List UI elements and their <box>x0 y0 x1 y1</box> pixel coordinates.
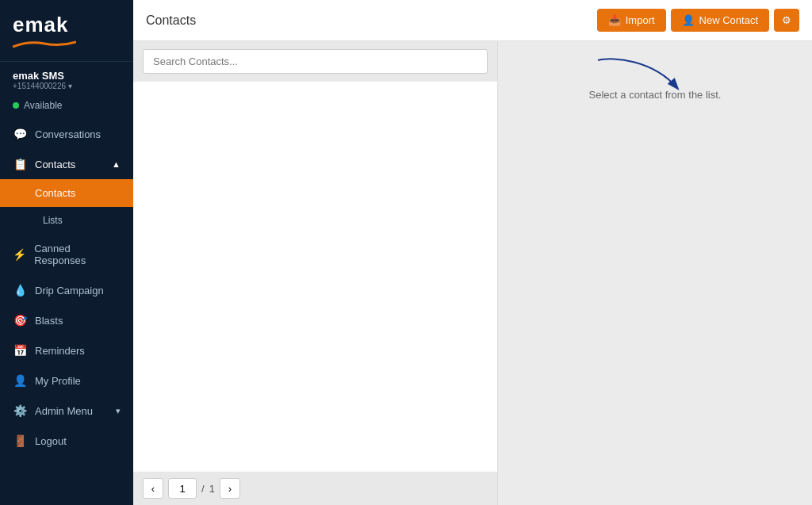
sidebar-item-canned-responses[interactable]: ⚡ Canned Responses <box>0 234 133 275</box>
top-actions: 📥 Import 👤 New Contact ⚙ <box>597 9 799 32</box>
pagination-area: ‹ / 1 › <box>133 472 497 505</box>
logo-area: emak <box>0 0 133 62</box>
import-icon: 📥 <box>608 14 621 26</box>
sidebar-item-label: Lists <box>43 215 63 226</box>
sidebar-item-blasts[interactable]: 🎯 Blasts <box>0 305 133 335</box>
sidebar-item-label: Admin Menu <box>35 405 93 417</box>
settings-button[interactable]: ⚙ <box>774 9 799 32</box>
canned-responses-icon: ⚡ <box>13 248 26 261</box>
chevron-up-icon: ▲ <box>112 159 121 169</box>
contacts-list <box>133 82 497 472</box>
admin-menu-icon: ⚙️ <box>13 404 27 417</box>
import-label: Import <box>626 14 655 26</box>
drip-campaign-icon: 💧 <box>13 284 27 296</box>
logo-swoosh-icon <box>13 39 76 48</box>
content-area: ‹ / 1 › Select a contact from the list. <box>133 41 812 505</box>
current-page-input[interactable] <box>168 478 197 499</box>
sidebar-item-admin-menu[interactable]: ⚙️ Admin Menu ▾ <box>0 396 133 426</box>
prev-page-button[interactable]: ‹ <box>143 478 163 499</box>
sidebar-item-label: Contacts <box>35 187 75 199</box>
sidebar-item-label: Reminders <box>35 345 85 357</box>
logo-text: emak <box>13 13 121 37</box>
right-panel: Select a contact from the list. <box>498 41 812 505</box>
chevron-down-icon: ▾ <box>116 406 121 416</box>
contacts-icon: 📋 <box>13 158 27 170</box>
reminders-icon: 📅 <box>13 344 27 357</box>
main-content: Contacts 📥 Import 👤 New Contact ⚙ <box>133 0 812 505</box>
import-button[interactable]: 📥 Import <box>597 9 666 32</box>
page-title: Contacts <box>146 13 196 28</box>
sidebar-item-label: Drip Campaign <box>35 285 104 296</box>
new-contact-label: New Contact <box>699 14 758 26</box>
conversations-icon: 💬 <box>13 128 27 140</box>
user-name: emak SMS <box>13 70 121 82</box>
sidebar-item-label: Logout <box>35 435 67 447</box>
sidebar-item-lists[interactable]: Lists <box>0 207 133 234</box>
new-contact-icon: 👤 <box>682 14 695 26</box>
sidebar-item-my-profile[interactable]: 👤 My Profile <box>0 365 133 396</box>
status-text: Available <box>24 100 62 111</box>
page-separator: / <box>201 483 205 495</box>
search-area <box>133 41 497 82</box>
nav-items: 💬 Conversations 📋 Contacts ▲ Contacts Li… <box>0 119 133 505</box>
sidebar-item-contacts-parent[interactable]: 📋 Contacts ▲ <box>0 149 133 179</box>
sidebar-item-drip-campaign[interactable]: 💧 Drip Campaign <box>0 275 133 305</box>
sidebar-item-logout[interactable]: 🚪 Logout <box>0 426 133 456</box>
status-area: Available <box>0 97 133 119</box>
sidebar-item-label: My Profile <box>35 375 81 387</box>
gear-icon: ⚙ <box>782 14 791 26</box>
sidebar-item-contacts[interactable]: Contacts <box>0 179 133 207</box>
top-bar: Contacts 📥 Import 👤 New Contact ⚙ <box>133 0 812 41</box>
new-contact-button[interactable]: 👤 New Contact <box>671 9 769 32</box>
blasts-icon: 🎯 <box>13 314 27 327</box>
sidebar-item-reminders[interactable]: 📅 Reminders <box>0 335 133 365</box>
logout-icon: 🚪 <box>13 434 27 447</box>
left-panel: ‹ / 1 › <box>133 41 498 505</box>
next-page-button[interactable]: › <box>220 478 240 499</box>
status-indicator <box>13 102 19 109</box>
sidebar-item-conversations[interactable]: 💬 Conversations <box>0 119 133 149</box>
user-phone: +15144000226 ▾ <box>13 82 121 90</box>
arrow-annotation-icon <box>590 52 685 100</box>
total-pages: 1 <box>209 483 215 495</box>
my-profile-icon: 👤 <box>13 374 27 387</box>
sidebar: emak emak SMS +15144000226 ▾ Available 💬… <box>0 0 133 505</box>
chevron-down-icon: ▾ <box>68 82 72 90</box>
user-info: emak SMS +15144000226 ▾ <box>0 62 133 97</box>
sidebar-item-label: Conversations <box>35 128 101 140</box>
search-input[interactable] <box>143 49 488 74</box>
sidebar-item-label: Blasts <box>35 315 63 327</box>
sidebar-item-label: Canned Responses <box>34 243 121 266</box>
sidebar-item-label: Contacts <box>35 159 75 170</box>
